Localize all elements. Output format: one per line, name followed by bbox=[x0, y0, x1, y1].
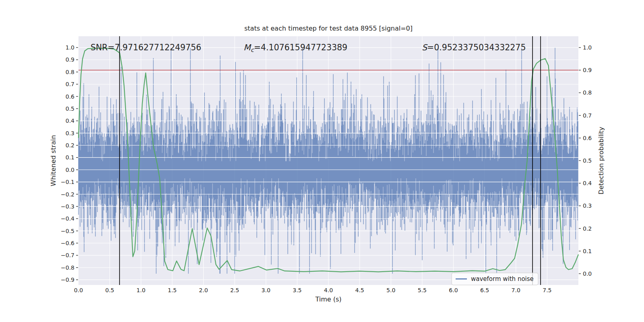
y-left-tick-label: 0.9 bbox=[66, 56, 74, 63]
x-tick-label: 6.0 bbox=[449, 287, 458, 293]
y-right-tick-label: 0.3 bbox=[583, 202, 592, 209]
y-right-tick-label: 1.0 bbox=[583, 44, 592, 51]
x-tick-label: 5.0 bbox=[386, 287, 395, 293]
y-left-tick-label: −0.7 bbox=[61, 252, 74, 258]
y-right-tick-label: 0.9 bbox=[583, 67, 592, 73]
x-tick-label: 7.5 bbox=[543, 287, 551, 293]
x-axis-label: Time (s) bbox=[315, 295, 341, 303]
x-tick-label: 0.0 bbox=[74, 287, 83, 293]
y-left-tick-label: −0.8 bbox=[61, 264, 74, 271]
y-left-tick-label: −0.2 bbox=[61, 191, 74, 198]
x-tick-label: 2.5 bbox=[230, 287, 239, 293]
x-tick-label: 2.0 bbox=[199, 287, 208, 293]
y-right-tick-label: 0.8 bbox=[583, 89, 592, 96]
y-left-tick-label: 0.8 bbox=[66, 69, 74, 75]
chart-title: stats at each timestep for test data 895… bbox=[244, 25, 413, 32]
y-left-tick-label: −0.6 bbox=[61, 240, 74, 246]
y-right-tick-label: 0.4 bbox=[583, 180, 592, 186]
snr-annotation: SNR=7.971627712249756 bbox=[91, 43, 201, 52]
y-left-tick-label: 0.5 bbox=[66, 105, 74, 112]
legend-label: waveform with noise bbox=[471, 275, 534, 283]
y-right-tick-label: 0.7 bbox=[583, 112, 592, 119]
y-left-tick-label: 0.4 bbox=[66, 118, 74, 124]
x-tick-label: 1.0 bbox=[136, 287, 145, 293]
y-left-axis-label: Whitened strain bbox=[50, 135, 57, 186]
y-left-tick-label: −0.5 bbox=[61, 228, 74, 234]
y-right-tick-label: 0.2 bbox=[583, 225, 592, 232]
x-tick-label: 3.0 bbox=[262, 287, 270, 293]
s-annotation: S=0.9523375034332275 bbox=[422, 43, 526, 52]
x-tick-label: 7.0 bbox=[512, 287, 520, 293]
y-right-tick-label: 0.5 bbox=[583, 157, 592, 164]
mc-annotation: Mc=4.107615947723389 bbox=[244, 43, 347, 53]
x-tick-label: 6.5 bbox=[480, 287, 489, 293]
stat-annotations: SNR=7.971627712249756Mc=4.10761594772338… bbox=[91, 43, 526, 53]
y-left-tick-label: −0.9 bbox=[61, 277, 74, 283]
y-right-tick-label: 0.1 bbox=[583, 248, 592, 254]
y-left-tick-label: 0.7 bbox=[66, 81, 74, 87]
y-left-tick-label: −0.1 bbox=[61, 179, 74, 185]
y-left-tick-label: 0.0 bbox=[66, 167, 74, 173]
x-tick-label: 1.5 bbox=[168, 287, 177, 293]
y-left-tick-label: 0.6 bbox=[66, 93, 74, 100]
y-right-axis-label: Detection probability bbox=[597, 127, 605, 194]
x-tick-label: 0.5 bbox=[105, 287, 114, 293]
legend: waveform with noise bbox=[452, 273, 538, 285]
y-left-tick-label: 1.0 bbox=[66, 44, 74, 51]
x-tick-label: 4.0 bbox=[324, 287, 333, 293]
y-left-tick-label: 0.1 bbox=[66, 154, 74, 161]
y-right-tick-label: 0.6 bbox=[583, 135, 592, 141]
y-right-tick-label: 0.0 bbox=[583, 270, 592, 277]
y-left-tick-label: −0.4 bbox=[61, 215, 74, 222]
y-left-tick-label: 0.3 bbox=[66, 130, 74, 136]
x-tick-label: 3.5 bbox=[293, 287, 301, 293]
y-left-tick-label: −0.3 bbox=[61, 203, 74, 210]
x-tick-label: 4.5 bbox=[355, 287, 364, 293]
stats-figure: 1.00.90.80.70.60.50.40.30.20.10.0−0.1−0.… bbox=[0, 0, 644, 322]
y-left-tick-label: 0.2 bbox=[66, 142, 74, 149]
x-tick-label: 5.5 bbox=[418, 287, 427, 293]
